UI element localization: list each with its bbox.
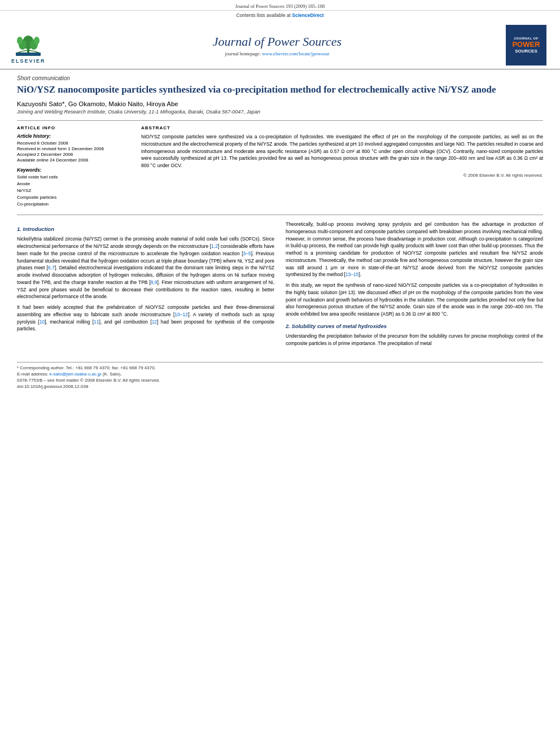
- email-name: (K. Sato).: [103, 372, 122, 377]
- abstract-col: ABSTRACT NiO/YSZ composite particles wer…: [141, 125, 543, 208]
- content-area: Short communication NiO/YSZ nanocomposit…: [0, 75, 560, 389]
- body-para-4: In this study, we report the synthesis o…: [286, 282, 543, 318]
- logo-line2: POWER: [512, 40, 540, 49]
- history-label: Article history:: [17, 133, 130, 139]
- journal-homepage: journal homepage: www.elsevier.com/locat…: [51, 51, 504, 56]
- keyword-2: Anode: [17, 181, 130, 187]
- svg-rect-6: [16, 53, 41, 56]
- keywords-label: Keywords:: [17, 167, 130, 173]
- svg-point-5: [34, 37, 40, 45]
- svg-point-4: [17, 37, 23, 45]
- journal-header: ELSEVIER Journal of Power Sources journa…: [0, 20, 560, 69]
- body-right-col: Theoretically, build-up process involvin…: [286, 221, 543, 351]
- footnote-doi: doi:10.1016/j.jpowsour.2008.12.038: [17, 384, 543, 389]
- journal-issue-line: Journal of Power Sources 193 (2009) 185–…: [0, 0, 560, 11]
- body-para-5: Understanding the precipitation behavior…: [286, 333, 543, 347]
- journal-logo-right: JOURNAL OF POWER SOURCES: [504, 25, 549, 65]
- accepted-date: Accepted 2 December 2008: [17, 152, 130, 157]
- article-info-col: ARTICLE INFO Article history: Received 8…: [17, 125, 130, 208]
- contents-line: Contents lists available at ScienceDirec…: [0, 11, 560, 19]
- abstract-text: NiO/YSZ composite particles were synthes…: [141, 133, 543, 169]
- section2-heading: 2. Solubility curves of metal hydroxides: [286, 322, 543, 330]
- elsevier-logo-svg: [11, 27, 48, 58]
- body-para-2: It had been widely accepted that the pre…: [17, 304, 274, 333]
- elsevier-wordmark: ELSEVIER: [11, 58, 46, 64]
- affiliation: Joining and Welding Research Institute, …: [17, 109, 543, 115]
- main-body: 1. Introduction Nickel/yttria stabilized…: [17, 215, 543, 351]
- body-para-3: Theoretically, build-up process involvin…: [286, 221, 543, 278]
- homepage-url[interactable]: www.elsevier.com/locate/jpowsour: [262, 51, 329, 56]
- article-info-abstract: ARTICLE INFO Article history: Received 8…: [17, 120, 543, 208]
- body-left-col: 1. Introduction Nickel/yttria stabilized…: [17, 221, 274, 351]
- article-type: Short communication: [17, 75, 543, 81]
- page: Journal of Power Sources 193 (2009) 185–…: [0, 0, 560, 747]
- article-title: NiO/YSZ nanocomposite particles synthesi…: [17, 84, 543, 96]
- keywords-list: Solid oxide fuel cells Anode Ni/YSZ Comp…: [17, 174, 130, 208]
- keyword-4: Composite particles: [17, 194, 130, 201]
- contents-text: Contents lists available at: [237, 12, 291, 18]
- keyword-1: Solid oxide fuel cells: [17, 174, 130, 181]
- journal-title: Journal of Power Sources: [51, 34, 504, 49]
- sciencedirect-link[interactable]: ScienceDirect: [292, 12, 323, 18]
- homepage-label: journal homepage:: [225, 51, 261, 56]
- keyword-3: Ni/YSZ: [17, 187, 130, 194]
- email-label: E-mail address:: [17, 372, 50, 377]
- received-revised-date: Received in revised form 1 December 2008: [17, 146, 130, 151]
- footnote-issn: 0378-7753/$ – see front matter © 2008 El…: [17, 378, 543, 383]
- keyword-5: Co-precipitation: [17, 201, 130, 208]
- received-date: Received 8 October 2008: [17, 141, 130, 146]
- logo-line3: SOURCES: [515, 49, 537, 54]
- power-sources-logo: JOURNAL OF POWER SOURCES: [506, 25, 546, 65]
- footnote-email: E-mail address: k-sato@jwri.osaka-u.ac.j…: [17, 372, 543, 377]
- section1-heading: 1. Introduction: [17, 225, 274, 233]
- abstract-heading: ABSTRACT: [141, 125, 543, 130]
- footnote-area: * Corresponding author. Tel.: +81 668 79…: [17, 362, 543, 389]
- still-around-text: still around: [297, 265, 322, 270]
- available-date: Available online 24 December 2008: [17, 158, 130, 163]
- journal-title-block: Journal of Power Sources journal homepag…: [51, 34, 504, 56]
- footnote-corresponding: * Corresponding author. Tel.: +81 668 79…: [17, 365, 543, 370]
- copyright: © 2008 Elsevier B.V. All rights reserved…: [141, 173, 543, 178]
- journal-issue: Journal of Power Sources 193 (2009) 185–…: [235, 3, 325, 9]
- article-info-heading: ARTICLE INFO: [17, 125, 130, 130]
- email-link[interactable]: k-sato@jwri.osaka-u.ac.jp: [50, 372, 102, 377]
- elsevier-logo: ELSEVIER: [11, 27, 51, 64]
- authors: Kazuyoshi Sato*, Go Okamoto, Makio Naito…: [17, 101, 543, 107]
- body-para-1: Nickel/yttria stabilized zirconia (Ni/YS…: [17, 235, 274, 300]
